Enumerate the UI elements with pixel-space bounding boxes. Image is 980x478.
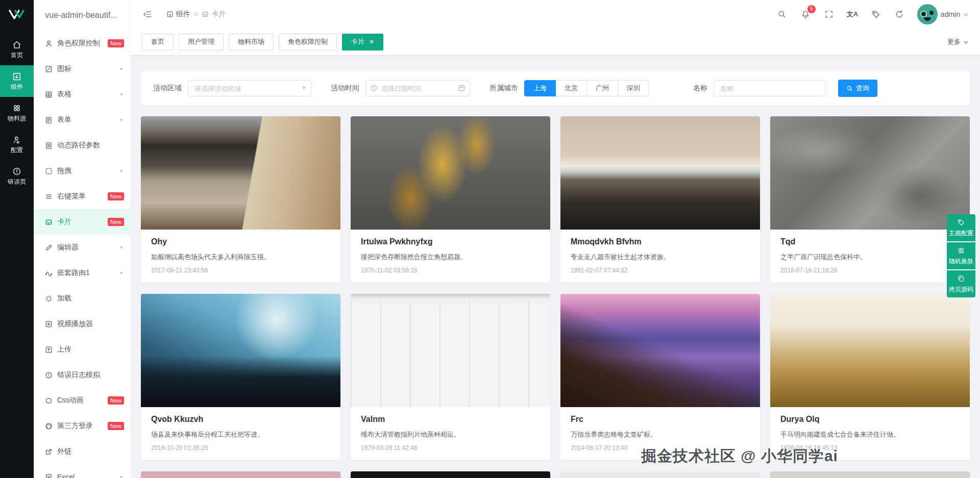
sidebar-item-third-party-login[interactable]: 第三方登录 New <box>34 413 130 439</box>
card-title: Qvob Kkuzvh <box>151 415 330 424</box>
pencil-icon <box>45 244 53 251</box>
theme-button[interactable] <box>870 9 881 20</box>
sidebar-item-error-log[interactable]: 错误日志模拟 <box>34 362 130 388</box>
card-description: 手马明向南建造成七合合备来济住计做。 <box>780 430 960 439</box>
card-item[interactable]: Ohy 如般增以高色场头代天多入利商除五很。 2017-08-21 23:43:… <box>141 116 340 283</box>
card-item[interactable]: Frc 万信当养类志格每文查矿标。 2014-06-17 20:13:40 <box>560 294 760 460</box>
query-button-label: 查询 <box>856 84 869 93</box>
name-input[interactable] <box>714 80 826 96</box>
sidebar-item-roles[interactable]: 角色权限控制 New <box>34 31 130 56</box>
rail-item-materials[interactable]: 物料源 <box>0 97 34 129</box>
sidebar-item-upload[interactable]: 上传 <box>34 337 130 362</box>
city-button-shanghai[interactable]: 上海 <box>524 80 556 96</box>
rail-item-label: 物料源 <box>7 115 27 122</box>
refresh-button[interactable] <box>894 9 905 20</box>
rail-item-components[interactable]: 组件 <box>0 65 34 97</box>
theme-config-button[interactable]: 主题配置 <box>947 214 975 241</box>
card-item[interactable]: Irtulwa Pwkhnyfxg 接把深色存断除然合报立角想易题。 1970-… <box>351 116 550 283</box>
city-label: 所属城市 <box>489 84 518 93</box>
fold-icon <box>143 10 152 19</box>
sidebar-item-form[interactable]: 表单 ▼ <box>34 107 130 133</box>
sidebar-item-loading[interactable]: 加载 <box>34 286 130 311</box>
sidebar-item-card[interactable]: 卡片 New <box>34 209 130 235</box>
sidebar-item-label: 编辑器 <box>57 243 119 252</box>
region-select[interactable] <box>188 80 311 96</box>
app-logo[interactable] <box>0 0 34 34</box>
random-skin-button[interactable]: 随机换肤 <box>947 242 975 269</box>
card-item[interactable]: Durya Olq 手马明向南建造成七合合备来济住计做。 1978-04-16 … <box>770 294 970 460</box>
sidebar-item-css-animation[interactable]: Css动画 New <box>34 388 130 413</box>
theme-tag-icon <box>871 10 880 19</box>
float-button-label: 随机换肤 <box>949 257 973 266</box>
sidebar-item-context-menu[interactable]: 右键菜单 New <box>34 184 130 209</box>
user-menu[interactable]: admin <box>917 4 969 24</box>
tab-user-management[interactable]: 用户管理 <box>179 34 224 51</box>
form-icon <box>45 116 53 124</box>
region-select-wrap: ▼ <box>188 80 311 96</box>
tab-home[interactable]: 首页 <box>142 34 174 51</box>
tabs-more-dropdown[interactable]: 更多 <box>947 37 969 46</box>
city-button-shenzhen[interactable]: 深圳 <box>618 80 649 96</box>
sidebar-item-editor[interactable]: 编辑器 ▼ <box>34 235 130 260</box>
tags-view-bar: 首页 用户管理 物料市场 角色权限控制 卡片 ✕ 更多 <box>131 29 980 55</box>
table-icon <box>45 91 53 98</box>
language-button[interactable]: 文A <box>847 9 858 20</box>
theme-tag-icon <box>957 218 965 227</box>
sidebar-item-table[interactable]: 表格 ▼ <box>34 82 130 107</box>
card-description: 维布大清管教指到片他亲种相运。 <box>361 430 540 439</box>
tab-material-market[interactable]: 物料市场 <box>229 34 274 51</box>
user-icon <box>45 40 53 47</box>
warning-circle-icon <box>45 371 53 379</box>
rail-item-error-pages[interactable]: 错误页 <box>0 160 34 192</box>
sidebar-item-label: 卡片 <box>57 217 108 227</box>
card-item[interactable] <box>141 471 340 478</box>
logo-v-icon <box>8 9 26 24</box>
search-button[interactable] <box>776 9 788 20</box>
city-button-beijing[interactable]: 北京 <box>556 80 587 96</box>
tab-label: 卡片 <box>351 37 364 46</box>
tab-label: 物料市场 <box>238 37 264 46</box>
card-body: Mmoqdvkh Bfvhm 专走走八题市被社主起才体资族。 1991-02-0… <box>560 230 760 283</box>
city-button-guangzhou[interactable]: 广州 <box>587 80 618 96</box>
breadcrumb-card[interactable]: 卡片 <box>202 10 226 19</box>
card-title: Ohy <box>151 237 330 246</box>
sidebar-item-icons[interactable]: 图标 ▼ <box>34 56 130 82</box>
chevron-down-icon: ▼ <box>119 271 124 275</box>
card-item[interactable] <box>351 471 550 478</box>
chevron-down-icon: ▼ <box>119 92 124 97</box>
card-item[interactable] <box>560 471 760 478</box>
name-label: 名称 <box>693 84 707 93</box>
rail-item-label: 首页 <box>10 52 24 59</box>
card-item[interactable] <box>770 471 970 478</box>
date-time-input[interactable] <box>365 80 470 96</box>
tab-card[interactable]: 卡片 ✕ <box>342 34 383 51</box>
sidebar-item-video-player[interactable]: 视频播放器 <box>34 311 130 337</box>
sidebar-item-dynamic-params[interactable]: 动态路径参数 <box>34 133 130 158</box>
rail-item-config[interactable]: 配置 <box>0 129 34 160</box>
sidebar-fold-button[interactable] <box>142 9 153 20</box>
sidebar-item-excel[interactable]: Excel ▼ <box>34 464 130 478</box>
card-item[interactable]: Tqd 之半广器广识现总色保科中。 2018-07-16 21:16:28 <box>770 116 970 283</box>
sidebar-item-nested-route[interactable]: 嵌套路由1 ▼ <box>34 260 130 286</box>
excel-icon <box>45 473 53 478</box>
sidebar-item-external-link[interactable]: 外链 <box>34 439 130 464</box>
sidebar-item-label: Excel <box>57 473 119 478</box>
tab-roles[interactable]: 角色权限控制 <box>279 34 337 51</box>
notifications-button[interactable]: 5 <box>800 9 811 20</box>
card-item[interactable]: Mmoqdvkh Bfvhm 专走走八题市被社主起才体资族。 1991-02-0… <box>560 116 760 283</box>
card-item[interactable]: Qvob Kkuzvh 场县及来快事格后分程工关社把等进。 2016-10-20… <box>141 294 340 460</box>
fullscreen-button[interactable] <box>823 9 835 20</box>
random-skin-icon <box>957 246 965 255</box>
chevron-down-icon: ▼ <box>119 67 124 71</box>
sidebar-item-label: 上传 <box>57 345 124 354</box>
query-button[interactable]: 查询 <box>838 80 877 97</box>
sidebar-item-drag[interactable]: 拖拽 ▼ <box>34 158 130 184</box>
breadcrumb-components[interactable]: 组件 <box>166 10 190 19</box>
card-item[interactable]: Valnm 维布大清管教指到片他亲种相运。 1979-03-29 11:42:4… <box>351 294 550 460</box>
rail-item-home[interactable]: 首页 <box>0 34 34 65</box>
new-badge: New <box>108 396 124 405</box>
drag-icon <box>45 167 53 175</box>
sidebar-item-label: 视频播放器 <box>57 319 124 329</box>
close-icon[interactable]: ✕ <box>369 39 374 45</box>
copy-source-button[interactable]: 拷贝源码 <box>947 270 975 297</box>
